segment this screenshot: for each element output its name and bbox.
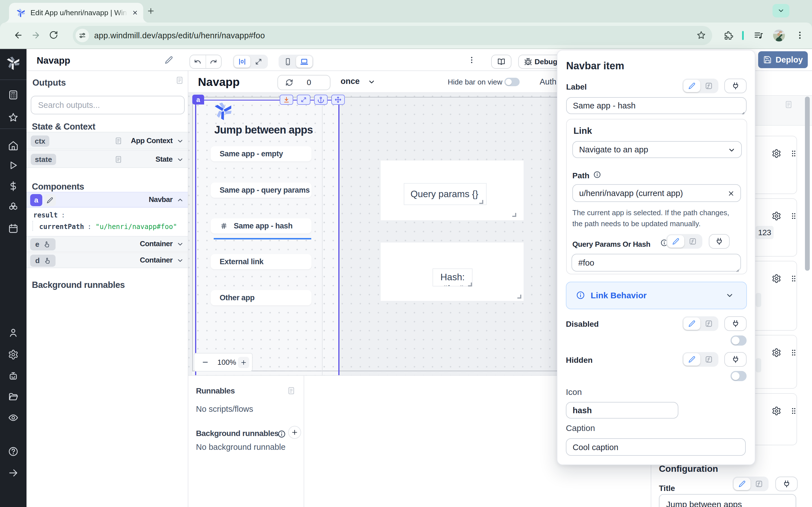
- icon-input[interactable]: hash: [566, 402, 678, 418]
- fx-editor-button[interactable]: [700, 353, 717, 365]
- container-e-row[interactable]: e Container: [27, 236, 188, 252]
- rail-schedules-icon[interactable]: [8, 223, 18, 234]
- desktop-view-button[interactable]: [296, 56, 312, 68]
- chevron-down-icon[interactable]: [176, 156, 184, 165]
- nav-item-card[interactable]: Same app - query params: [211, 182, 312, 198]
- tab-search-button[interactable]: [772, 4, 790, 17]
- nav-item-card-selected[interactable]: Same app - hash: [211, 218, 312, 233]
- hash-box[interactable]: Hash: "foo": [380, 242, 523, 301]
- chevron-down-icon[interactable]: [176, 137, 184, 147]
- gear-icon[interactable]: [772, 211, 781, 223]
- nav-item-card[interactable]: Other app: [211, 290, 312, 305]
- extensions-icon[interactable]: [723, 31, 733, 40]
- add-background-runnable-button[interactable]: [288, 426, 301, 439]
- tab-close-icon[interactable]: [132, 10, 138, 16]
- undo-button[interactable]: [190, 55, 206, 68]
- forward-button[interactable]: [31, 31, 41, 40]
- bookmark-star-icon[interactable]: [696, 31, 706, 42]
- hidden-toggle[interactable]: [730, 371, 747, 381]
- rail-apps-icon[interactable]: [8, 90, 18, 100]
- reload-button[interactable]: [49, 31, 58, 40]
- resize-corner[interactable]: [517, 295, 521, 298]
- gear-icon[interactable]: [772, 348, 781, 360]
- rail-help-icon[interactable]: [8, 446, 18, 457]
- fullscreen-handle[interactable]: [297, 95, 310, 105]
- fx-editor-button[interactable]: [684, 235, 701, 247]
- mobile-view-button[interactable]: [280, 56, 296, 68]
- drag-handle-icon[interactable]: [790, 348, 798, 359]
- fx-editor-button[interactable]: [700, 80, 717, 92]
- state-row[interactable]: state State: [27, 150, 188, 168]
- resize-corner[interactable]: [479, 200, 483, 204]
- connect-input-button[interactable]: [724, 352, 747, 367]
- refresh-counter-button[interactable]: 0: [277, 75, 331, 90]
- docs-button[interactable]: [491, 55, 511, 69]
- ctx-row[interactable]: ctx App Context: [27, 132, 188, 149]
- chevron-down-icon[interactable]: [176, 257, 184, 266]
- query-params-textarea[interactable]: #foo: [571, 254, 741, 272]
- rail-expand-icon[interactable]: [8, 467, 18, 478]
- settings-doc-icon[interactable]: [784, 100, 793, 111]
- title-input[interactable]: Jump between apps: [659, 494, 796, 507]
- panel-scrollbar[interactable]: [805, 97, 810, 271]
- gear-icon[interactable]: [772, 149, 781, 161]
- move-handle[interactable]: [331, 95, 345, 105]
- query-params-box[interactable]: Query params {}: [380, 161, 523, 220]
- deploy-button[interactable]: Deploy: [758, 51, 808, 68]
- static-editor-button[interactable]: [683, 80, 700, 92]
- fullwidth-layout-button[interactable]: [250, 56, 267, 68]
- search-outputs-input[interactable]: Search outputs...: [31, 96, 185, 114]
- resize-handle-icon[interactable]: [739, 107, 745, 112]
- static-editor-button[interactable]: [667, 235, 684, 247]
- static-editor-button[interactable]: [683, 318, 700, 330]
- rail-audit-icon[interactable]: [8, 412, 18, 423]
- link-kind-select[interactable]: Navigate to an app: [572, 141, 742, 158]
- connect-input-button[interactable]: [775, 476, 798, 491]
- browser-menu-icon[interactable]: [795, 31, 805, 40]
- clear-path-icon[interactable]: [727, 190, 735, 197]
- static-editor-button[interactable]: [733, 478, 751, 490]
- more-menu-icon[interactable]: [467, 56, 476, 66]
- rail-home-icon[interactable]: [8, 140, 18, 151]
- browser-tab[interactable]: Edit App u/henri/navapp | Win: [9, 3, 143, 22]
- rail-variables-icon[interactable]: [8, 181, 18, 191]
- resize-corner[interactable]: [468, 283, 472, 286]
- nav-item-card[interactable]: External link: [211, 254, 312, 269]
- rail-runs-icon[interactable]: [8, 160, 18, 171]
- fx-editor-button[interactable]: [700, 318, 717, 330]
- windmill-logo[interactable]: [6, 56, 20, 70]
- resize-handle-icon[interactable]: [733, 264, 739, 270]
- zoom-out-button[interactable]: [202, 358, 209, 366]
- chevron-up-icon[interactable]: [176, 196, 184, 206]
- address-bar[interactable]: app.windmill.dev/apps/edit/u/henri/navap…: [73, 26, 712, 45]
- rename-component-button[interactable]: [44, 194, 56, 206]
- runnables-doc-icon[interactable]: [287, 386, 296, 397]
- expand-down-handle[interactable]: [280, 95, 293, 105]
- gear-icon[interactable]: [772, 274, 781, 286]
- drag-handle-icon[interactable]: [790, 212, 798, 223]
- site-settings-icon[interactable]: [75, 29, 89, 42]
- new-tab-button[interactable]: [147, 7, 155, 15]
- zoom-in-button[interactable]: [238, 357, 249, 368]
- path-input[interactable]: u/henri/navapp (current app): [572, 184, 741, 202]
- state-doc-icon[interactable]: [114, 156, 122, 165]
- navbar-component-row[interactable]: a Navbar: [27, 192, 188, 208]
- disabled-toggle[interactable]: [730, 335, 747, 346]
- connect-input-button[interactable]: [709, 234, 730, 249]
- fx-editor-button[interactable]: [751, 478, 767, 490]
- rail-favorites-icon[interactable]: [8, 112, 18, 123]
- ctx-doc-icon[interactable]: [114, 137, 122, 147]
- rail-resources-icon[interactable]: [8, 202, 18, 212]
- rail-users-icon[interactable]: [8, 327, 18, 338]
- drag-handle-icon[interactable]: [790, 407, 798, 417]
- rail-workers-icon[interactable]: [8, 371, 18, 381]
- edit-summary-icon[interactable]: [165, 56, 173, 66]
- chevron-down-icon[interactable]: [176, 240, 184, 250]
- rail-folders-icon[interactable]: [8, 392, 18, 402]
- anchor-handle[interactable]: [314, 95, 327, 105]
- profile-avatar[interactable]: [773, 30, 785, 41]
- redo-button[interactable]: [206, 55, 221, 68]
- outputs-doc-icon[interactable]: [175, 76, 184, 87]
- drag-handle-icon[interactable]: [790, 149, 798, 160]
- resize-corner[interactable]: [512, 213, 516, 217]
